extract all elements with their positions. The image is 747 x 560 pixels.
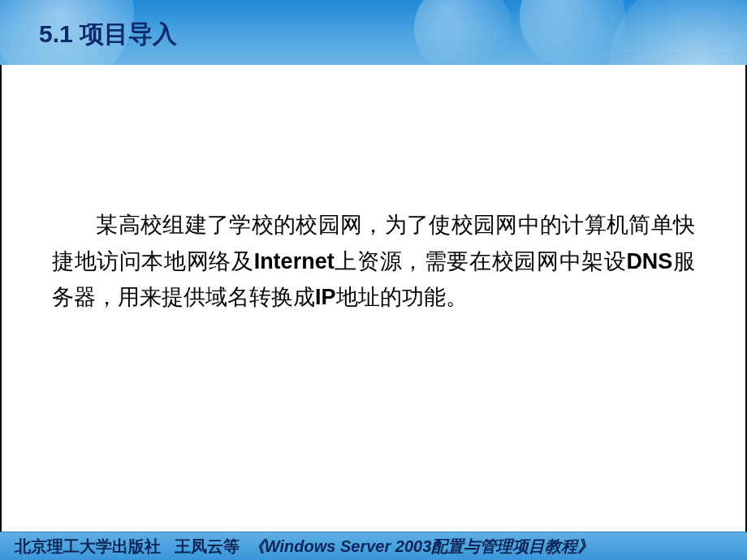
footer-content: 北京理工大学出版社 王凤云等 《Windows Server 2003配置与管理… <box>15 536 594 558</box>
decorative-bubble <box>414 0 512 65</box>
section-number: 5.1 <box>39 20 73 47</box>
slide-content: 某高校组建了学校的校园网，为了使校园网中的计算机简单快捷地访问本地网络及Inte… <box>0 65 747 532</box>
term-dns: DNS <box>626 249 672 274</box>
section-title-text: 项目导入 <box>80 20 177 47</box>
text-segment: 地址的功能。 <box>336 285 468 309</box>
decorative-bubble <box>520 0 625 65</box>
term-ip: IP <box>315 285 336 309</box>
publisher-name: 北京理工大学出版社 <box>15 537 161 555</box>
slide-header: 5.1 项目导入 <box>0 0 747 65</box>
section-title: 5.1 项目导入 <box>39 18 177 51</box>
term-internet: Internet <box>254 249 335 274</box>
text-segment: 上资源，需要在校园网中架设 <box>335 249 627 274</box>
body-paragraph: 某高校组建了学校的校园网，为了使校园网中的计算机简单快捷地访问本地网络及Inte… <box>52 207 695 316</box>
book-title: 《Windows Server 2003配置与管理项目教程》 <box>248 537 594 555</box>
author-name: 王凤云等 <box>175 537 240 555</box>
slide-footer: 北京理工大学出版社 王凤云等 《Windows Server 2003配置与管理… <box>0 532 747 560</box>
